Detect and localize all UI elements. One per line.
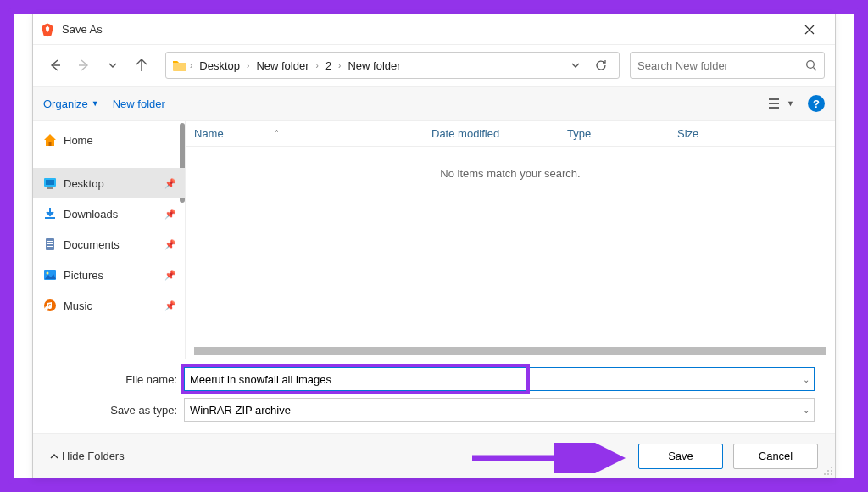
dialog-footer: Hide Folders Save Cancel — [33, 433, 835, 478]
brave-icon — [40, 22, 55, 37]
file-name-label: File name: — [33, 373, 177, 386]
save-button[interactable]: Save — [638, 444, 723, 469]
sidebar-item-label: Documents — [64, 238, 120, 251]
pin-icon: 📌 — [164, 270, 176, 281]
documents-icon — [43, 238, 57, 251]
sidebar-item-label: Pictures — [64, 269, 103, 282]
breadcrumb-segment[interactable]: 2 — [322, 58, 335, 74]
back-button[interactable] — [43, 53, 67, 77]
up-button[interactable] — [130, 53, 153, 77]
breadcrumb-segment[interactable]: Desktop — [196, 58, 243, 74]
svg-point-14 — [831, 467, 832, 468]
breadcrumb-segment[interactable]: New folder — [344, 58, 403, 74]
nav-row: › Desktop › New folder › 2 › New folder — [33, 45, 835, 87]
arrow-left-icon — [48, 59, 62, 72]
sidebar-item-documents[interactable]: Documents 📌 — [33, 229, 185, 260]
sidebar-item-pictures[interactable]: Pictures 📌 — [33, 260, 185, 290]
search-icon — [805, 59, 817, 71]
divider — [42, 159, 176, 159]
sidebar-item-music[interactable]: Music 📌 — [33, 290, 185, 321]
sidebar-item-label: Desktop — [64, 177, 104, 190]
help-button[interactable]: ? — [808, 95, 825, 112]
toolbar: Organize ▼ New folder ▼ ? — [33, 87, 835, 120]
search-box[interactable] — [630, 52, 825, 79]
chevron-right-icon: › — [247, 61, 249, 70]
sidebar-item-downloads[interactable]: Downloads 📌 — [33, 198, 185, 229]
list-view-icon — [768, 98, 782, 109]
horizontal-scrollbar[interactable] — [194, 347, 826, 355]
caret-down-icon: ▼ — [787, 99, 794, 108]
arrow-right-icon — [77, 59, 91, 72]
home-icon — [43, 133, 57, 147]
file-name-input[interactable] — [184, 367, 815, 391]
svg-point-18 — [827, 473, 829, 475]
chevron-down-icon — [570, 60, 581, 70]
view-options-button[interactable]: ▼ — [768, 98, 794, 109]
address-dropdown[interactable] — [565, 54, 587, 76]
search-input[interactable] — [637, 59, 805, 72]
titlebar: Save As — [33, 14, 835, 45]
sidebar-item-home[interactable]: Home — [33, 125, 185, 155]
pin-icon: 📌 — [164, 209, 176, 220]
column-header-type[interactable]: Type — [559, 127, 669, 140]
sidebar-item-label: Home — [64, 134, 93, 147]
close-icon — [804, 25, 815, 35]
svg-point-0 — [807, 61, 815, 69]
question-mark-icon: ? — [813, 98, 820, 110]
column-header-date[interactable]: Date modified — [423, 127, 559, 140]
new-folder-button[interactable]: New folder — [113, 98, 165, 110]
svg-point-16 — [831, 473, 832, 475]
hide-folders-button[interactable]: Hide Folders — [50, 450, 125, 462]
chevron-down-icon — [108, 60, 118, 70]
save-as-type-row: Save as type: ⌄ — [33, 394, 835, 425]
svg-point-17 — [827, 470, 829, 472]
pin-icon: 📌 — [164, 239, 176, 250]
sidebar-item-label: Music — [64, 299, 92, 312]
close-button[interactable] — [791, 17, 828, 42]
cancel-button[interactable]: Cancel — [733, 444, 818, 469]
sidebar-item-desktop[interactable]: Desktop 📌 — [33, 168, 185, 198]
pictures-icon — [43, 268, 57, 282]
sort-asc-icon: ˄ — [275, 129, 279, 138]
svg-point-12 — [44, 299, 56, 311]
address-bar[interactable]: › Desktop › New folder › 2 › New folder — [165, 52, 620, 79]
column-headers: Name ˄ Date modified Type Size — [186, 121, 835, 147]
organize-label: Organize — [43, 98, 88, 110]
svg-rect-5 — [45, 217, 55, 219]
svg-rect-1 — [49, 142, 52, 146]
sidebar-item-label: Downloads — [64, 208, 118, 221]
svg-point-11 — [47, 272, 49, 275]
svg-point-15 — [831, 470, 832, 472]
forward-button[interactable] — [72, 53, 96, 77]
svg-rect-9 — [47, 246, 53, 247]
breadcrumb-segment[interactable]: New folder — [253, 58, 312, 74]
pin-icon: 📌 — [164, 178, 176, 189]
chevron-right-icon: › — [316, 61, 319, 70]
save-as-type-select[interactable] — [184, 398, 815, 422]
refresh-button[interactable] — [590, 54, 612, 76]
save-as-dialog: Save As › Desktop › — [32, 14, 836, 478]
sidebar: Home Desktop 📌 Downloads 📌 Documents 📌 — [33, 121, 186, 359]
annotation-arrow — [465, 443, 626, 473]
pin-icon: 📌 — [164, 300, 176, 311]
download-icon — [43, 207, 57, 221]
svg-rect-7 — [47, 241, 53, 242]
chevron-right-icon: › — [190, 61, 192, 70]
file-name-row: File name: ⌄ — [33, 364, 835, 394]
column-header-size[interactable]: Size — [669, 127, 835, 140]
refresh-icon — [595, 59, 607, 71]
svg-rect-8 — [47, 243, 53, 244]
svg-point-19 — [824, 473, 826, 475]
resize-grip[interactable] — [823, 466, 833, 476]
column-header-name[interactable]: Name ˄ — [186, 127, 423, 140]
dialog-title: Save As — [62, 23, 791, 36]
organize-menu[interactable]: Organize ▼ — [43, 98, 99, 110]
save-as-type-label: Save as type: — [33, 404, 177, 417]
folder-icon — [173, 59, 186, 71]
arrow-up-icon — [135, 59, 148, 72]
svg-rect-3 — [46, 180, 54, 185]
empty-list-message: No items match your search. — [186, 147, 835, 200]
recent-locations-button[interactable] — [101, 53, 125, 77]
chevron-right-icon: › — [338, 61, 341, 70]
content-area: Home Desktop 📌 Downloads 📌 Documents 📌 — [33, 120, 835, 359]
